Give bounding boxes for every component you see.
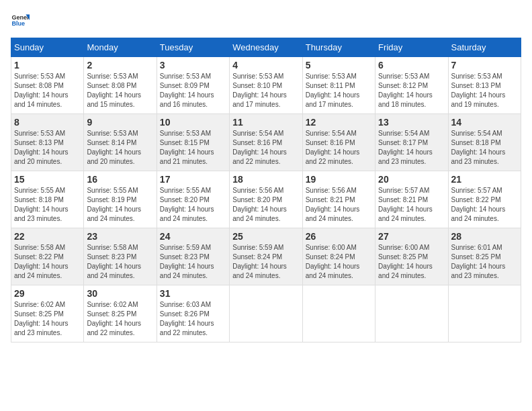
table-cell: 13Sunrise: 5:54 AM Sunset: 8:17 PM Dayli… [375, 114, 448, 171]
col-friday: Friday [375, 38, 448, 57]
calendar-row: 8Sunrise: 5:53 AM Sunset: 8:13 PM Daylig… [11, 114, 521, 171]
day-number: 8 [14, 117, 81, 128]
table-cell: 31Sunrise: 6:03 AM Sunset: 8:26 PM Dayli… [157, 285, 229, 342]
day-number: 21 [451, 174, 518, 185]
day-info: Sunrise: 5:54 AM Sunset: 8:18 PM Dayligh… [451, 129, 518, 167]
day-number: 5 [306, 60, 372, 71]
table-cell: 25Sunrise: 5:59 AM Sunset: 8:24 PM Dayli… [230, 228, 302, 285]
day-number: 12 [306, 117, 372, 128]
table-cell: 5Sunrise: 5:53 AM Sunset: 8:11 PM Daylig… [302, 57, 375, 114]
day-info: Sunrise: 5:54 AM Sunset: 8:17 PM Dayligh… [378, 129, 445, 167]
day-info: Sunrise: 5:59 AM Sunset: 8:24 PM Dayligh… [232, 243, 299, 281]
day-number: 28 [451, 231, 518, 242]
header: General Blue [11, 11, 521, 30]
col-saturday: Saturday [448, 38, 521, 57]
day-info: Sunrise: 5:58 AM Sunset: 8:23 PM Dayligh… [87, 243, 153, 281]
logo-icon: General Blue [11, 11, 30, 30]
day-number: 29 [14, 288, 81, 299]
table-cell [375, 285, 448, 342]
table-cell: 12Sunrise: 5:54 AM Sunset: 8:16 PM Dayli… [302, 114, 375, 171]
day-number: 27 [378, 231, 445, 242]
table-cell: 6Sunrise: 5:53 AM Sunset: 8:12 PM Daylig… [375, 57, 448, 114]
day-info: Sunrise: 5:54 AM Sunset: 8:16 PM Dayligh… [232, 129, 299, 167]
table-cell: 17Sunrise: 5:55 AM Sunset: 8:20 PM Dayli… [157, 171, 229, 228]
day-info: Sunrise: 5:53 AM Sunset: 8:08 PM Dayligh… [87, 72, 153, 109]
day-info: Sunrise: 6:00 AM Sunset: 8:24 PM Dayligh… [306, 243, 372, 281]
day-info: Sunrise: 6:03 AM Sunset: 8:26 PM Dayligh… [160, 300, 226, 338]
day-number: 26 [306, 231, 372, 242]
day-number: 17 [160, 174, 226, 185]
day-info: Sunrise: 5:57 AM Sunset: 8:21 PM Dayligh… [378, 186, 445, 224]
day-number: 24 [160, 231, 226, 242]
table-cell: 10Sunrise: 5:53 AM Sunset: 8:15 PM Dayli… [157, 114, 229, 171]
table-cell: 4Sunrise: 5:53 AM Sunset: 8:10 PM Daylig… [230, 57, 302, 114]
day-number: 20 [378, 174, 445, 185]
day-info: Sunrise: 5:54 AM Sunset: 8:16 PM Dayligh… [306, 129, 372, 167]
day-info: Sunrise: 6:02 AM Sunset: 8:25 PM Dayligh… [87, 300, 153, 338]
day-info: Sunrise: 5:53 AM Sunset: 8:08 PM Dayligh… [14, 72, 81, 109]
table-cell: 1Sunrise: 5:53 AM Sunset: 8:08 PM Daylig… [11, 57, 84, 114]
table-cell: 27Sunrise: 6:00 AM Sunset: 8:25 PM Dayli… [375, 228, 448, 285]
table-cell: 14Sunrise: 5:54 AM Sunset: 8:18 PM Dayli… [448, 114, 521, 171]
day-info: Sunrise: 5:56 AM Sunset: 8:20 PM Dayligh… [232, 186, 299, 224]
day-number: 3 [160, 60, 226, 71]
table-cell: 26Sunrise: 6:00 AM Sunset: 8:24 PM Dayli… [302, 228, 375, 285]
calendar-row: 15Sunrise: 5:55 AM Sunset: 8:18 PM Dayli… [11, 171, 521, 228]
calendar-row: 1Sunrise: 5:53 AM Sunset: 8:08 PM Daylig… [11, 57, 521, 114]
day-info: Sunrise: 5:53 AM Sunset: 8:11 PM Dayligh… [306, 72, 372, 109]
day-number: 18 [232, 174, 299, 185]
day-number: 7 [451, 60, 518, 71]
header-row: Sunday Monday Tuesday Wednesday Thursday… [11, 38, 521, 57]
day-info: Sunrise: 5:53 AM Sunset: 8:09 PM Dayligh… [160, 72, 226, 109]
day-info: Sunrise: 5:53 AM Sunset: 8:15 PM Dayligh… [160, 129, 226, 167]
day-number: 9 [87, 117, 153, 128]
day-info: Sunrise: 6:01 AM Sunset: 8:25 PM Dayligh… [451, 243, 518, 281]
table-cell: 23Sunrise: 5:58 AM Sunset: 8:23 PM Dayli… [84, 228, 157, 285]
table-cell: 24Sunrise: 5:59 AM Sunset: 8:23 PM Dayli… [157, 228, 229, 285]
day-number: 4 [232, 60, 299, 71]
table-cell: 3Sunrise: 5:53 AM Sunset: 8:09 PM Daylig… [157, 57, 229, 114]
day-info: Sunrise: 5:59 AM Sunset: 8:23 PM Dayligh… [160, 243, 226, 281]
day-number: 10 [160, 117, 226, 128]
table-cell: 21Sunrise: 5:57 AM Sunset: 8:22 PM Dayli… [448, 171, 521, 228]
day-number: 16 [87, 174, 153, 185]
day-number: 1 [14, 60, 81, 71]
day-number: 6 [378, 60, 445, 71]
table-cell: 7Sunrise: 5:53 AM Sunset: 8:13 PM Daylig… [448, 57, 521, 114]
table-cell [230, 285, 302, 342]
day-number: 11 [232, 117, 299, 128]
day-info: Sunrise: 5:53 AM Sunset: 8:13 PM Dayligh… [451, 72, 518, 109]
day-info: Sunrise: 5:56 AM Sunset: 8:21 PM Dayligh… [306, 186, 372, 224]
day-number: 15 [14, 174, 81, 185]
calendar-row: 29Sunrise: 6:02 AM Sunset: 8:25 PM Dayli… [11, 285, 521, 342]
col-thursday: Thursday [302, 38, 375, 57]
table-cell: 8Sunrise: 5:53 AM Sunset: 8:13 PM Daylig… [11, 114, 84, 171]
table-cell [302, 285, 375, 342]
day-info: Sunrise: 5:57 AM Sunset: 8:22 PM Dayligh… [451, 186, 518, 224]
svg-text:Blue: Blue [11, 20, 25, 27]
day-info: Sunrise: 5:53 AM Sunset: 8:14 PM Dayligh… [87, 129, 153, 167]
day-info: Sunrise: 5:55 AM Sunset: 8:18 PM Dayligh… [14, 186, 81, 224]
day-info: Sunrise: 5:53 AM Sunset: 8:10 PM Dayligh… [232, 72, 299, 109]
calendar-table: Sunday Monday Tuesday Wednesday Thursday… [11, 38, 521, 342]
col-wednesday: Wednesday [230, 38, 302, 57]
table-cell [448, 285, 521, 342]
col-tuesday: Tuesday [157, 38, 229, 57]
table-cell: 18Sunrise: 5:56 AM Sunset: 8:20 PM Dayli… [230, 171, 302, 228]
day-number: 2 [87, 60, 153, 71]
col-sunday: Sunday [11, 38, 84, 57]
day-info: Sunrise: 5:58 AM Sunset: 8:22 PM Dayligh… [14, 243, 81, 281]
day-number: 31 [160, 288, 226, 299]
day-info: Sunrise: 5:53 AM Sunset: 8:12 PM Dayligh… [378, 72, 445, 109]
day-info: Sunrise: 6:00 AM Sunset: 8:25 PM Dayligh… [378, 243, 445, 281]
table-cell: 16Sunrise: 5:55 AM Sunset: 8:19 PM Dayli… [84, 171, 157, 228]
day-number: 13 [378, 117, 445, 128]
day-info: Sunrise: 6:02 AM Sunset: 8:25 PM Dayligh… [14, 300, 81, 338]
table-cell: 2Sunrise: 5:53 AM Sunset: 8:08 PM Daylig… [84, 57, 157, 114]
table-cell: 28Sunrise: 6:01 AM Sunset: 8:25 PM Dayli… [448, 228, 521, 285]
table-cell: 22Sunrise: 5:58 AM Sunset: 8:22 PM Dayli… [11, 228, 84, 285]
table-cell: 19Sunrise: 5:56 AM Sunset: 8:21 PM Dayli… [302, 171, 375, 228]
table-cell: 29Sunrise: 6:02 AM Sunset: 8:25 PM Dayli… [11, 285, 84, 342]
table-cell: 9Sunrise: 5:53 AM Sunset: 8:14 PM Daylig… [84, 114, 157, 171]
day-number: 22 [14, 231, 81, 242]
